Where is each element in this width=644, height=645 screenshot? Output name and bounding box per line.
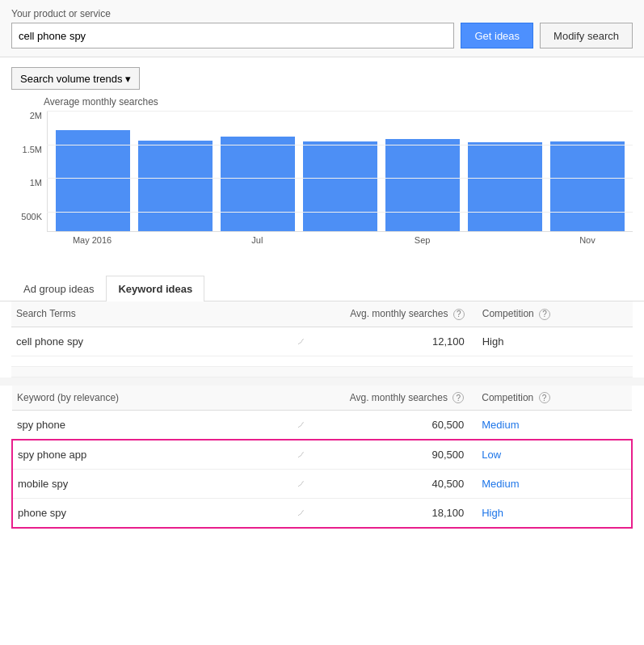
search-term-1: cell phone spy <box>11 327 291 356</box>
y-label-1-5m: 1.5M <box>23 145 42 154</box>
search-terms-volume-col-header: Avg. monthly searches ? <box>322 301 477 327</box>
bar-group-1 <box>56 130 130 231</box>
dropdown-label: Search volume trends <box>20 73 122 85</box>
search-volume-dropdown[interactable]: Search volume trends ▾ <box>11 67 140 90</box>
top-bar: Your product or service Get ideas Modify… <box>0 0 644 57</box>
keyword-term-spy-phone: spy phone <box>12 411 291 441</box>
keyword-chart-icon-spy-phone[interactable]: ⟋ <box>291 411 322 441</box>
x-labels: May 2016 Jul Sep Nov <box>47 232 633 245</box>
x-label-3: Jul <box>220 235 294 245</box>
tab-ad-group-ideas[interactable]: Ad group ideas <box>11 276 106 301</box>
tab-keyword-ideas[interactable]: Keyword ideas <box>106 276 204 301</box>
keyword-volume-phone-spy: 18,100 <box>322 499 477 529</box>
dropdown-arrow-icon: ▾ <box>125 73 131 85</box>
keywords-section: Keyword (by relevance) Avg. monthly sear… <box>0 386 644 529</box>
x-label-7: Nov <box>550 235 625 245</box>
keywords-competition-help-icon[interactable]: ? <box>539 392 550 403</box>
search-terms-row-1: cell phone spy ⟋ 12,100 High <box>11 327 633 356</box>
keyword-term-mobile-spy: mobile spy <box>12 470 291 499</box>
search-terms-section: Search Terms Avg. monthly searches ? Com… <box>0 301 644 377</box>
y-label-2m: 2M <box>30 111 42 120</box>
x-label-6 <box>468 235 542 245</box>
search-term-competition-1: High <box>478 327 633 356</box>
keyword-chart-icon-phone-spy[interactable]: ⟋ <box>291 499 322 529</box>
chart-area: 2M 1.5M 1M 500K <box>11 111 633 264</box>
keyword-competition-spy-phone: Medium <box>477 411 632 441</box>
y-label-1m: 1M <box>30 178 42 188</box>
spacer-row-1 <box>11 356 633 366</box>
keywords-table: Keyword (by relevance) Avg. monthly sear… <box>11 386 633 529</box>
bar-group-3 <box>221 137 295 231</box>
keyword-row-spy-phone-app: spy phone app ⟋ 90,500 Low <box>12 440 632 470</box>
keyword-row-spy-phone: spy phone ⟋ 60,500 Medium <box>12 411 632 441</box>
keyword-competition-spy-phone-app: Low <box>477 440 632 470</box>
search-term-volume-1: 12,100 <box>322 327 477 356</box>
modify-search-button[interactable]: Modify search <box>540 23 633 48</box>
competition-help-icon[interactable]: ? <box>539 309 550 320</box>
section-spacer <box>0 377 644 386</box>
bar-5 <box>385 139 460 231</box>
chart-section: Search volume trends ▾ Average monthly s… <box>0 57 644 269</box>
keywords-icon-col-header <box>291 386 322 411</box>
search-terms-header-row: Search Terms Avg. monthly searches ? Com… <box>11 301 633 327</box>
tabs-row: Ad group ideas Keyword ideas <box>0 276 644 301</box>
keyword-volume-spy-phone-app: 90,500 <box>322 440 477 470</box>
x-label-2 <box>137 235 212 245</box>
bar-4 <box>303 141 377 231</box>
keyword-competition-phone-spy: High <box>477 499 632 529</box>
bar-1 <box>56 130 130 231</box>
bar-6 <box>468 142 542 231</box>
search-terms-competition-col-header: Competition ? <box>478 301 633 327</box>
bar-group-4 <box>303 141 377 231</box>
keyword-volume-spy-phone: 60,500 <box>322 411 477 441</box>
bar-group-2 <box>138 141 213 231</box>
search-input[interactable] <box>11 23 454 48</box>
keyword-volume-mobile-spy: 40,500 <box>322 470 477 499</box>
y-label-500k: 500K <box>21 212 42 221</box>
keyword-term-spy-phone-app: spy phone app <box>12 440 291 470</box>
keyword-term-phone-spy: phone spy <box>12 499 291 529</box>
x-label-5: Sep <box>385 235 460 245</box>
keyword-row-mobile-spy: mobile spy ⟋ 40,500 Medium <box>12 470 632 499</box>
chart-icon-1[interactable]: ⟋ <box>291 327 322 356</box>
keyword-chart-icon-spy-phone-app[interactable]: ⟋ <box>291 440 322 470</box>
keywords-header-row: Keyword (by relevance) Avg. monthly sear… <box>12 386 632 411</box>
bar-3 <box>221 137 295 231</box>
bar-2 <box>138 141 213 231</box>
spacer-row-2 <box>11 366 633 377</box>
keywords-volume-help-icon[interactable]: ? <box>452 392 464 403</box>
keywords-term-col-header: Keyword (by relevance) <box>12 386 291 411</box>
avg-monthly-label: Average monthly searches <box>11 96 633 108</box>
x-label-4 <box>302 235 377 245</box>
keyword-chart-icon-mobile-spy[interactable]: ⟋ <box>291 470 322 499</box>
bar-group-5 <box>385 139 460 231</box>
bar-group-6 <box>468 142 542 231</box>
chart-y-axis: 2M 1.5M 1M 500K <box>11 111 47 245</box>
search-terms-icon-col-header <box>291 301 322 327</box>
keyword-row-phone-spy: phone spy ⟋ 18,100 High <box>12 499 632 529</box>
x-label-1: May 2016 <box>55 235 129 245</box>
product-label: Your product or service <box>11 8 633 19</box>
keywords-competition-col-header: Competition ? <box>477 386 632 411</box>
volume-help-icon[interactable]: ? <box>453 309 465 320</box>
search-terms-table: Search Terms Avg. monthly searches ? Com… <box>11 301 633 377</box>
keywords-volume-col-header: Avg. monthly searches ? <box>322 386 477 411</box>
bars-container <box>47 111 633 232</box>
bar-group-7 <box>550 141 625 231</box>
bar-7 <box>550 141 625 231</box>
get-ideas-button[interactable]: Get ideas <box>461 23 533 48</box>
keyword-competition-mobile-spy: Medium <box>477 470 632 499</box>
search-terms-col-header: Search Terms <box>11 301 291 327</box>
